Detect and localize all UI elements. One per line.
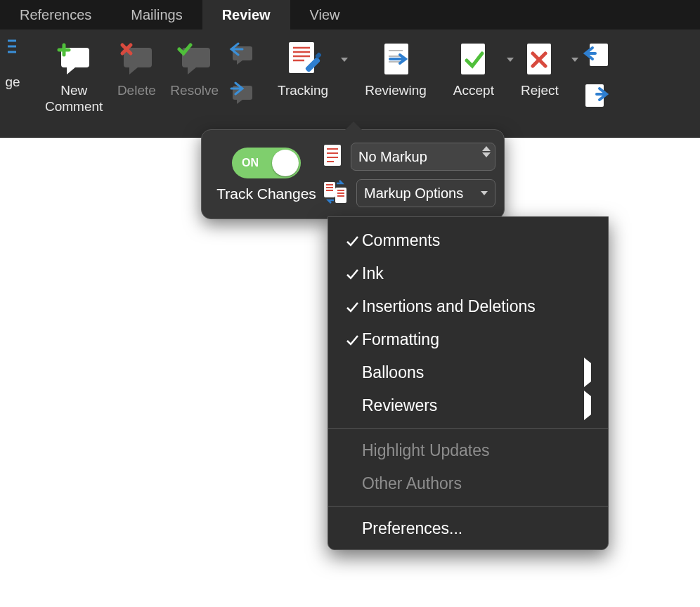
delete-comment-button[interactable]: Delete — [110, 39, 163, 99]
markup-display-select[interactable]: No Markup — [351, 143, 495, 171]
menu-label: Other Authors — [362, 474, 462, 493]
menu-label: Formatting — [362, 330, 439, 349]
tracking-button[interactable]: Tracking — [271, 39, 335, 99]
markup-options-menu: Comments Ink Insertions and Deletions Fo… — [328, 216, 609, 550]
menu-item-preferences[interactable]: Preferences... — [328, 512, 608, 545]
menu-item-reviewers[interactable]: Reviewers — [328, 389, 608, 422]
markup-options-icon — [323, 179, 349, 207]
reviewing-pane-icon — [379, 39, 413, 79]
chevron-down-icon[interactable] — [571, 58, 578, 62]
menu-item-other-authors: Other Authors — [328, 467, 608, 500]
menu-item-ink[interactable]: Ink — [328, 257, 608, 290]
delete-comment-icon — [117, 39, 156, 79]
accept-icon — [458, 39, 489, 79]
ribbon-label: Resolve — [170, 83, 219, 99]
ribbon-tabs: References Mailings Review View — [0, 0, 700, 30]
svg-rect-10 — [461, 44, 485, 74]
menu-label: Preferences... — [362, 519, 462, 538]
new-comment-icon — [54, 39, 93, 79]
next-comment-button[interactable] — [227, 81, 255, 108]
stepper-icon — [482, 146, 491, 157]
menu-label: Ink — [362, 264, 384, 283]
check-icon — [342, 300, 362, 314]
toggle-on-label: ON — [242, 157, 259, 169]
comment-nav-stack — [226, 39, 261, 108]
menu-item-comments[interactable]: Comments — [328, 224, 608, 257]
select-value: No Markup — [358, 149, 427, 165]
reject-button[interactable]: Reject — [514, 39, 566, 99]
tab-references[interactable]: References — [0, 0, 111, 30]
accept-button[interactable]: Accept — [446, 39, 501, 99]
markup-options-button[interactable]: Markup Options — [356, 179, 495, 207]
menu-separator — [328, 428, 608, 429]
tracking-popover: ON Track Changes No Markup — [201, 129, 505, 219]
ribbon-label: Accept — [453, 83, 494, 99]
chevron-right-icon — [584, 363, 591, 382]
chevron-right-icon — [584, 396, 591, 415]
check-icon — [342, 267, 362, 281]
check-icon — [342, 333, 362, 347]
menu-label: Balloons — [362, 363, 424, 382]
previous-change-button[interactable] — [583, 42, 611, 70]
reviewing-pane-button[interactable]: Reviewing — [358, 39, 434, 99]
menu-label: Insertions and Deletions — [362, 297, 536, 316]
track-changes-label: Track Changes — [216, 185, 316, 202]
resolve-comment-button[interactable]: Resolve — [163, 39, 226, 99]
ribbon-label: Reviewing — [365, 83, 427, 99]
chevron-down-icon — [481, 191, 488, 195]
chevron-down-icon[interactable] — [341, 58, 348, 62]
ribbon-item-edge[interactable]: ge — [0, 39, 25, 90]
next-change-button[interactable] — [583, 83, 611, 111]
ribbon-label: Tracking — [278, 83, 328, 99]
reject-icon — [524, 39, 555, 79]
svg-rect-0 — [6, 39, 19, 69]
menu-item-insertions-deletions[interactable]: Insertions and Deletions — [328, 290, 608, 323]
generic-icon — [6, 39, 19, 72]
chevron-down-icon[interactable] — [507, 58, 514, 62]
menu-label: Reviewers — [362, 396, 437, 415]
tab-view[interactable]: View — [290, 0, 360, 30]
track-changes-toggle[interactable]: ON — [232, 148, 301, 178]
check-icon — [342, 234, 362, 248]
change-nav-stack — [578, 39, 616, 111]
toggle-knob — [272, 150, 299, 176]
menu-label: Highlight Updates — [362, 441, 490, 460]
menu-item-balloons[interactable]: Balloons — [328, 356, 608, 389]
tracking-icon — [285, 39, 321, 79]
menu-label: Comments — [362, 231, 440, 250]
resolve-comment-icon — [175, 39, 214, 79]
ribbon-label-edge: ge — [5, 74, 20, 90]
tab-review[interactable]: Review — [202, 0, 290, 30]
svg-rect-14 — [324, 145, 341, 166]
ribbon-label: Reject — [521, 83, 559, 99]
markup-options-label: Markup Options — [364, 185, 463, 202]
menu-item-highlight-updates: Highlight Updates — [328, 434, 608, 467]
menu-separator — [328, 506, 608, 507]
ribbon-label: New Comment — [45, 83, 103, 115]
new-comment-button[interactable]: New Comment — [38, 39, 110, 115]
document-markup-icon — [323, 143, 344, 170]
ribbon-label: Delete — [117, 83, 156, 99]
menu-item-formatting[interactable]: Formatting — [328, 323, 608, 356]
previous-comment-button[interactable] — [227, 42, 255, 69]
tab-mailings[interactable]: Mailings — [111, 0, 202, 30]
